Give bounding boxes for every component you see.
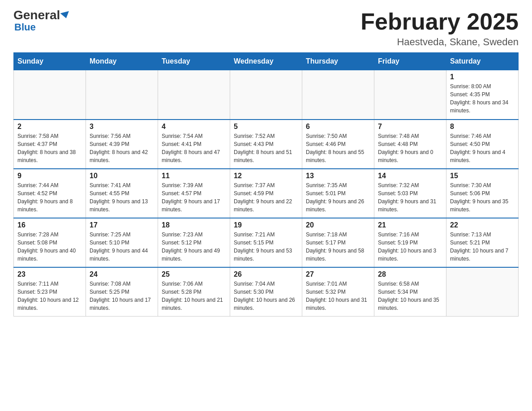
day-number: 16 [17,221,82,229]
day-number: 13 [306,172,370,180]
calendar-week-row: 23Sunrise: 7:11 AMSunset: 5:23 PMDayligh… [14,267,519,317]
day-number: 3 [90,123,154,131]
day-info: Sunrise: 7:35 AMSunset: 5:01 PMDaylight:… [306,181,370,214]
table-row: 12Sunrise: 7:37 AMSunset: 4:59 PMDayligh… [230,169,302,218]
table-row: 13Sunrise: 7:35 AMSunset: 5:01 PMDayligh… [302,169,374,218]
day-number: 24 [90,270,154,278]
day-info: Sunrise: 7:06 AMSunset: 5:28 PMDaylight:… [162,280,226,312]
table-row: 5Sunrise: 7:52 AMSunset: 4:43 PMDaylight… [230,120,302,169]
table-row: 7Sunrise: 7:48 AMSunset: 4:48 PMDaylight… [374,120,446,169]
table-row: 14Sunrise: 7:32 AMSunset: 5:03 PMDayligh… [374,169,446,218]
day-number: 26 [234,270,298,278]
location-text: Haestveda, Skane, Sweden [360,36,519,48]
table-row: 21Sunrise: 7:16 AMSunset: 5:19 PMDayligh… [374,218,446,267]
table-row: 16Sunrise: 7:28 AMSunset: 5:08 PMDayligh… [14,218,86,267]
header-saturday: Saturday [446,53,519,70]
day-info: Sunrise: 7:25 AMSunset: 5:10 PMDaylight:… [90,231,154,263]
day-info: Sunrise: 6:58 AMSunset: 5:34 PMDaylight:… [378,280,442,312]
day-info: Sunrise: 7:54 AMSunset: 4:41 PMDaylight:… [162,132,226,164]
day-info: Sunrise: 7:46 AMSunset: 4:50 PMDaylight:… [450,132,515,164]
day-info: Sunrise: 7:30 AMSunset: 5:06 PMDaylight:… [450,181,515,214]
day-number: 20 [306,221,370,229]
day-info: Sunrise: 7:04 AMSunset: 5:30 PMDaylight:… [234,280,298,312]
table-row [158,70,230,120]
day-info: Sunrise: 7:08 AMSunset: 5:25 PMDaylight:… [90,280,154,312]
header-tuesday: Tuesday [158,53,230,70]
day-info: Sunrise: 7:18 AMSunset: 5:17 PMDaylight:… [306,231,370,263]
table-row: 28Sunrise: 6:58 AMSunset: 5:34 PMDayligh… [374,267,446,317]
day-number: 17 [90,221,154,229]
day-number: 28 [378,270,442,278]
logo-triangle-icon [60,11,71,19]
table-row: 3Sunrise: 7:56 AMSunset: 4:39 PMDaylight… [86,120,158,169]
logo: General Blue [13,9,70,33]
header-sunday: Sunday [14,53,86,70]
day-number: 9 [17,172,82,180]
table-row [14,70,86,120]
table-row: 9Sunrise: 7:44 AMSunset: 4:52 PMDaylight… [14,169,86,218]
table-row: 17Sunrise: 7:25 AMSunset: 5:10 PMDayligh… [86,218,158,267]
day-number: 25 [162,270,226,278]
table-row: 24Sunrise: 7:08 AMSunset: 5:25 PMDayligh… [86,267,158,317]
table-row: 10Sunrise: 7:41 AMSunset: 4:55 PMDayligh… [86,169,158,218]
day-info: Sunrise: 7:11 AMSunset: 5:23 PMDaylight:… [17,280,82,312]
table-row: 11Sunrise: 7:39 AMSunset: 4:57 PMDayligh… [158,169,230,218]
day-info: Sunrise: 7:41 AMSunset: 4:55 PMDaylight:… [90,181,154,214]
calendar-week-row: 9Sunrise: 7:44 AMSunset: 4:52 PMDaylight… [14,169,519,218]
day-info: Sunrise: 7:23 AMSunset: 5:12 PMDaylight:… [162,231,226,263]
day-info: Sunrise: 7:39 AMSunset: 4:57 PMDaylight:… [162,181,226,214]
table-row: 2Sunrise: 7:58 AMSunset: 4:37 PMDaylight… [14,120,86,169]
day-number: 7 [378,123,442,131]
month-title: February 2025 [360,9,519,34]
day-number: 4 [162,123,226,131]
day-number: 2 [17,123,82,131]
calendar-table: Sunday Monday Tuesday Wednesday Thursday… [13,52,519,317]
day-info: Sunrise: 8:00 AMSunset: 4:35 PMDaylight:… [450,82,515,115]
day-number: 14 [378,172,442,180]
day-number: 5 [234,123,298,131]
table-row: 26Sunrise: 7:04 AMSunset: 5:30 PMDayligh… [230,267,302,317]
header-thursday: Thursday [302,53,374,70]
table-row: 23Sunrise: 7:11 AMSunset: 5:23 PMDayligh… [14,267,86,317]
table-row: 18Sunrise: 7:23 AMSunset: 5:12 PMDayligh… [158,218,230,267]
day-info: Sunrise: 7:16 AMSunset: 5:19 PMDaylight:… [378,231,442,263]
day-info: Sunrise: 7:48 AMSunset: 4:48 PMDaylight:… [378,132,442,164]
page-header: General Blue February 2025 Haestveda, Sk… [13,9,519,48]
day-info: Sunrise: 7:13 AMSunset: 5:21 PMDaylight:… [450,231,515,263]
table-row [374,70,446,120]
day-info: Sunrise: 7:58 AMSunset: 4:37 PMDaylight:… [17,132,82,164]
day-number: 21 [378,221,442,229]
day-number: 10 [90,172,154,180]
table-row: 6Sunrise: 7:50 AMSunset: 4:46 PMDaylight… [302,120,374,169]
header-monday: Monday [86,53,158,70]
day-info: Sunrise: 7:56 AMSunset: 4:39 PMDaylight:… [90,132,154,164]
table-row [86,70,158,120]
table-row: 15Sunrise: 7:30 AMSunset: 5:06 PMDayligh… [446,169,519,218]
table-row [302,70,374,120]
table-row: 1Sunrise: 8:00 AMSunset: 4:35 PMDaylight… [446,70,519,120]
day-number: 19 [234,221,298,229]
day-number: 6 [306,123,370,131]
day-info: Sunrise: 7:21 AMSunset: 5:15 PMDaylight:… [234,231,298,263]
day-number: 23 [17,270,82,278]
table-row: 4Sunrise: 7:54 AMSunset: 4:41 PMDaylight… [158,120,230,169]
table-row: 8Sunrise: 7:46 AMSunset: 4:50 PMDaylight… [446,120,519,169]
table-row: 25Sunrise: 7:06 AMSunset: 5:28 PMDayligh… [158,267,230,317]
header-friday: Friday [374,53,446,70]
logo-blue-text: Blue [14,21,36,33]
day-info: Sunrise: 7:32 AMSunset: 5:03 PMDaylight:… [378,181,442,214]
day-info: Sunrise: 7:37 AMSunset: 4:59 PMDaylight:… [234,181,298,214]
table-row: 22Sunrise: 7:13 AMSunset: 5:21 PMDayligh… [446,218,519,267]
day-info: Sunrise: 7:50 AMSunset: 4:46 PMDaylight:… [306,132,370,164]
header-wednesday: Wednesday [230,53,302,70]
calendar-week-row: 2Sunrise: 7:58 AMSunset: 4:37 PMDaylight… [14,120,519,169]
day-info: Sunrise: 7:28 AMSunset: 5:08 PMDaylight:… [17,231,82,263]
day-number: 11 [162,172,226,180]
table-row: 27Sunrise: 7:01 AMSunset: 5:32 PMDayligh… [302,267,374,317]
day-info: Sunrise: 7:44 AMSunset: 4:52 PMDaylight:… [17,181,82,214]
day-number: 27 [306,270,370,278]
table-row: 19Sunrise: 7:21 AMSunset: 5:15 PMDayligh… [230,218,302,267]
title-section: February 2025 Haestveda, Skane, Sweden [360,9,519,48]
logo-general-text: General [13,9,70,21]
day-number: 1 [450,73,515,81]
